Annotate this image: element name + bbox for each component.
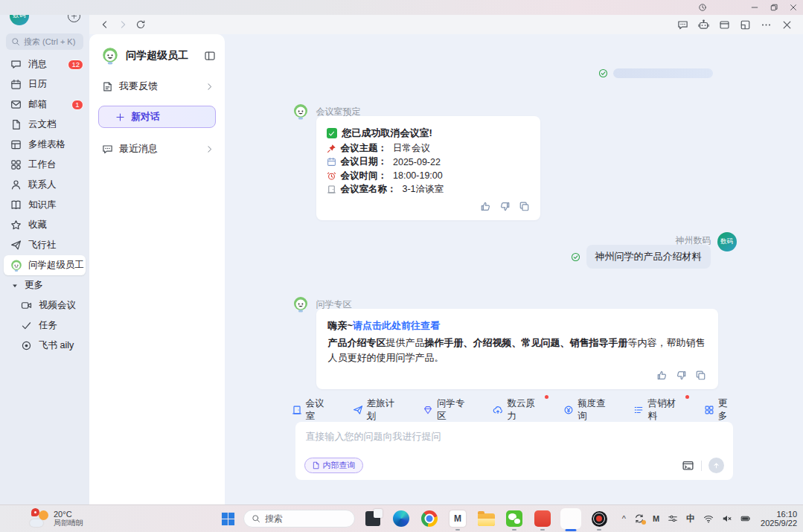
edge-app[interactable] xyxy=(391,508,412,529)
chrome-app[interactable] xyxy=(419,508,440,529)
mixer-icon[interactable] xyxy=(668,513,678,524)
sidebar-item-tasks[interactable]: 任务 xyxy=(0,315,89,336)
user-avatar[interactable]: 数码 xyxy=(717,232,737,251)
paper-plane-icon xyxy=(10,240,22,251)
sidebar-item-clouddocs[interactable]: 云文档 xyxy=(0,115,89,135)
panel-toggle-icon[interactable] xyxy=(204,50,216,62)
console-icon[interactable] xyxy=(682,459,694,472)
contacts-icon xyxy=(10,179,22,190)
volume-muted-icon[interactable] xyxy=(722,513,732,524)
user-message: 神州数码 数码 神州问学的产品介绍材料 xyxy=(292,232,737,269)
taskbar-clock[interactable]: 16:10 2025/9/22 xyxy=(761,510,797,528)
sidebar-item-messages[interactable]: 消息12 xyxy=(0,54,89,74)
feedback-item[interactable]: 我要反馈 xyxy=(89,73,225,100)
refresh-icon[interactable] xyxy=(135,19,146,30)
search-placeholder: 搜索 (Ctrl + K) xyxy=(24,36,75,48)
recorder-app[interactable] xyxy=(589,508,610,529)
feedback-doc-icon xyxy=(102,81,113,92)
sidebar-item-wenxue-agent[interactable]: 问学超级员工 xyxy=(4,255,86,275)
m-app-icon: M xyxy=(450,510,466,527)
tray-m-icon[interactable]: M xyxy=(653,514,659,523)
sidebar-item-knowledge[interactable]: 知识库 xyxy=(0,195,89,215)
quick-action-quota-query[interactable]: 额度查询 xyxy=(563,397,614,423)
arrow-up-icon xyxy=(712,461,720,469)
robot-icon[interactable] xyxy=(698,19,709,31)
task-check-icon xyxy=(21,320,32,331)
sync-status[interactable] xyxy=(634,513,644,524)
mail-icon xyxy=(10,99,22,110)
weather-widget[interactable]: 20°C 局部晴朗 xyxy=(30,510,83,528)
sidebar-item-favorites[interactable]: 收藏 xyxy=(0,215,89,235)
wechat-app[interactable] xyxy=(504,508,525,529)
quick-action-wenxue-zone[interactable]: 问学专区 xyxy=(423,397,473,423)
close-panel-icon[interactable] xyxy=(781,19,793,31)
new-chat-button[interactable]: 新对话 xyxy=(98,106,216,128)
hidden-icons-button[interactable]: ^ xyxy=(622,514,626,523)
back-icon[interactable] xyxy=(100,19,110,30)
caret-down-icon xyxy=(10,281,19,290)
sidebar-item-video-meeting[interactable]: 视频会议 xyxy=(0,295,89,315)
card-view-icon[interactable] xyxy=(719,19,730,31)
sidebar-item-calendar[interactable]: 日历 xyxy=(0,74,89,94)
sidebar-item-more[interactable]: 更多 xyxy=(0,275,89,295)
weather-desc: 局部晴朗 xyxy=(54,519,83,527)
product-zone-card: 嗨亲~ 请点击此处前往查看 产品介绍专区提供产品操作手册、介绍视频、常见问题、销… xyxy=(316,309,718,389)
minimize-button[interactable] xyxy=(745,1,764,14)
wifi-icon[interactable] xyxy=(703,513,714,524)
video-icon xyxy=(21,300,32,311)
task-view-icon xyxy=(365,511,380,526)
quick-action-more[interactable]: 更多 xyxy=(704,397,737,423)
task-view-button[interactable] xyxy=(362,508,383,529)
sidebar-nav: 消息12 日历 邮箱1 云文档 多维表格 工作台 联系人 知识库 收藏 飞行社 … xyxy=(0,54,89,356)
sidebar-item-feixingshe[interactable]: 飞行社 xyxy=(0,235,89,255)
go-view-link[interactable]: 请点击此处前往查看 xyxy=(353,319,440,333)
bot-mascot-icon xyxy=(10,259,23,272)
red-app[interactable] xyxy=(532,508,553,529)
thumbs-up-icon[interactable] xyxy=(480,201,491,212)
message-input[interactable] xyxy=(306,431,723,442)
sidebar-item-base[interactable]: 多维表格 xyxy=(0,135,89,155)
taskbar-search[interactable]: 搜索 xyxy=(243,510,355,528)
aily-icon xyxy=(21,340,32,351)
close-button[interactable] xyxy=(784,1,803,14)
table-icon xyxy=(10,139,22,150)
calendar-icon xyxy=(327,157,336,167)
marketing-material-icon xyxy=(633,405,644,415)
cloud-doc-icon xyxy=(10,119,22,130)
quick-action-travel-plan[interactable]: 差旅计划 xyxy=(353,397,403,423)
calendar-icon xyxy=(10,79,22,90)
send-button[interactable] xyxy=(708,458,724,473)
feishu-app[interactable] xyxy=(560,508,581,529)
quick-action-cloud-power[interactable]: 数云原力 xyxy=(493,397,543,423)
history-icon[interactable] xyxy=(693,1,712,14)
quick-action-marketing-material[interactable]: 营销材料 xyxy=(633,397,684,423)
file-explorer-app[interactable] xyxy=(476,508,496,529)
sidebar-item-mail[interactable]: 邮箱1 xyxy=(0,94,89,115)
m-app[interactable]: M xyxy=(447,508,468,529)
sidebar-search[interactable]: 搜索 (Ctrl + K) xyxy=(6,33,83,50)
sidebar-item-workbench[interactable]: 工作台 xyxy=(0,155,89,175)
copy-icon[interactable] xyxy=(519,201,530,212)
copy-icon[interactable] xyxy=(695,370,706,381)
start-button[interactable] xyxy=(220,511,236,527)
forward-icon[interactable] xyxy=(118,19,128,30)
thumbs-down-icon[interactable] xyxy=(676,370,687,381)
battery-icon[interactable] xyxy=(740,513,751,524)
quick-action-meeting-room[interactable]: 会议室 xyxy=(292,397,333,423)
search-icon xyxy=(11,37,20,46)
restore-button[interactable] xyxy=(764,1,784,14)
sidebar-item-aily[interactable]: 飞书 aily xyxy=(0,336,89,356)
chat-bubble-icon[interactable] xyxy=(677,19,688,31)
internal-query-chip[interactable]: 内部查询 xyxy=(304,458,363,473)
thumbs-down-icon[interactable] xyxy=(499,201,511,212)
quick-actions-bar: 会议室 差旅计划 问学专区 数云原力 额度查询 营销材料 更多 xyxy=(292,403,737,417)
sidebar-item-contacts[interactable]: 联系人 xyxy=(0,175,89,195)
read-receipt-icon xyxy=(571,252,580,262)
more-options-icon[interactable] xyxy=(761,19,772,31)
doc-icon xyxy=(312,461,320,469)
thumbs-up-icon[interactable] xyxy=(656,370,668,381)
bot-avatar xyxy=(292,295,310,313)
ime-indicator[interactable]: 中 xyxy=(686,513,695,525)
recent-messages-item[interactable]: 最近消息 xyxy=(89,135,225,162)
popout-window-icon[interactable] xyxy=(740,19,751,31)
